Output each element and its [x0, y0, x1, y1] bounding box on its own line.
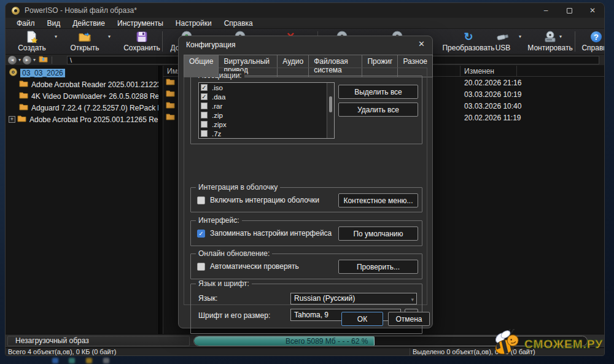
association-item[interactable]: .rar — [199, 101, 334, 110]
tree-item[interactable]: 4K Video Downloader+ 26.0.5.0288 RePack … — [6, 90, 158, 102]
associations-scrollbar[interactable] — [327, 83, 334, 138]
associations-list[interactable]: ✓ .iso ✓ .daa .rar .zip — [198, 82, 335, 139]
folder-icon — [166, 90, 176, 99]
back-button[interactable]: ◄ — [8, 56, 17, 64]
open-dropdown-caret[interactable]: ▾ — [108, 34, 111, 39]
menu-file[interactable]: Файл — [10, 19, 41, 28]
column-header-modified[interactable]: Изменен — [464, 67, 494, 76]
folder-icon — [166, 113, 176, 122]
toolbar-create-button[interactable]: Создать — [10, 30, 53, 53]
new-image-icon — [25, 31, 39, 43]
toolbar-help-button[interactable]: ? Справка — [578, 30, 605, 53]
association-item[interactable]: .zip — [199, 110, 334, 120]
create-dropdown-caret[interactable]: ▾ — [55, 34, 57, 39]
menu-tools[interactable]: Инструменты — [111, 19, 169, 28]
boot-status-label: Незагрузочный образ — [7, 336, 190, 346]
menu-view[interactable]: Вид — [41, 19, 67, 28]
back-history-caret[interactable]: ▾ — [18, 57, 21, 63]
folder-icon — [166, 78, 176, 87]
capacity-progress-text: Всего 5089 Мб - - - 62 % — [286, 337, 368, 346]
tree-item[interactable]: + Adobe Acrobat Pro 2025.001.21265 RePac… — [6, 114, 158, 125]
remove-all-button[interactable]: Удалить все — [338, 103, 418, 117]
tab-general[interactable]: Общие — [184, 55, 219, 77]
tree-root-label[interactable]: 03_03_2026 — [20, 69, 65, 77]
bee-icon — [490, 329, 523, 359]
usb-dropdown-caret[interactable]: ▾ — [519, 34, 521, 39]
shell-integration-checkbox[interactable] — [197, 196, 205, 204]
dialog-title: Конфигурация — [186, 41, 236, 49]
scrollbar-thumb[interactable] — [329, 96, 332, 112]
image-tree-panel: 03_03_2026 Adobe Acrobat Reader 2025.001… — [6, 66, 159, 334]
remember-settings-checkbox-row[interactable]: ✓ Запоминать настройки интерфейса — [197, 229, 332, 238]
chevron-down-icon: ▾ — [411, 295, 414, 305]
folder-icon — [19, 80, 28, 89]
folder-icon — [19, 103, 28, 112]
mount-dropdown-caret[interactable]: ▾ — [559, 34, 562, 39]
toolbar-usb-button[interactable]: USB — [489, 30, 516, 53]
taskbar-icon-blob — [86, 358, 92, 363]
watermark-text: СМОЖЕМ.РУ — [524, 338, 603, 351]
auto-check-checkbox-row[interactable]: Автоматически проверять — [197, 262, 299, 271]
tree-root-item[interactable]: 03_03_2026 — [6, 67, 158, 79]
font-size-label: Шрифт и его размер: — [198, 311, 270, 320]
checkbox-iso[interactable]: ✓ — [201, 84, 208, 91]
panel-splitter[interactable] — [159, 66, 163, 334]
checkbox-zipx[interactable] — [201, 121, 208, 128]
menu-help[interactable]: Справка — [218, 19, 259, 28]
association-item[interactable]: .7z — [199, 129, 334, 138]
minimize-button[interactable]: – — [534, 3, 558, 18]
open-folder-icon — [78, 31, 91, 43]
column-divider[interactable] — [460, 66, 460, 76]
column-divider[interactable] — [516, 66, 517, 76]
association-item[interactable]: ✓ .daa — [199, 92, 334, 101]
folder-icon — [166, 101, 176, 110]
menu-action[interactable]: Действие — [66, 19, 111, 28]
forward-button[interactable]: ► — [23, 56, 31, 64]
convert-arrows-icon: ↻ — [462, 31, 475, 43]
maximize-button[interactable] — [558, 3, 581, 18]
menu-settings[interactable]: Настройки — [169, 19, 218, 28]
remember-settings-checkbox[interactable]: ✓ — [197, 230, 205, 238]
toolbar-mount-button[interactable]: Монтировать — [526, 30, 574, 53]
toolbar-save-button[interactable]: Сохранить — [120, 30, 164, 53]
forward-history-caret[interactable]: ▾ — [33, 57, 36, 63]
associations-group: Ассоциации: ✓ .iso ✓ .daa .rar — [190, 76, 422, 144]
close-button[interactable]: ✕ — [581, 3, 604, 18]
checkbox-7z[interactable] — [201, 130, 208, 137]
language-label: Язык: — [198, 294, 217, 303]
context-menu-button[interactable]: Контекстное меню... — [338, 193, 418, 207]
toolbar-separator — [162, 31, 163, 52]
checkbox-zip[interactable] — [201, 112, 208, 118]
default-button[interactable]: По умолчанию — [338, 227, 418, 241]
check-update-button[interactable]: Проверить... — [338, 260, 418, 274]
dialog-close-icon[interactable]: ✕ — [418, 39, 425, 48]
status-total: Всего 4 объект(а,ов), 0 КБ (0 байт) — [6, 348, 410, 355]
capacity-progress-fill: Всего 5089 Мб - - - 62 % — [194, 336, 375, 346]
association-item[interactable]: ✓ .iso — [199, 83, 334, 92]
auto-check-checkbox[interactable] — [197, 263, 205, 271]
folder-up-icon[interactable] — [39, 55, 48, 64]
language-select[interactable]: Russian (Русский) ▾ — [290, 293, 417, 304]
maximize-icon — [567, 8, 572, 14]
select-all-button[interactable]: Выделить все — [338, 85, 418, 99]
taskbar-icon-blob — [69, 358, 75, 363]
checkbox-daa[interactable]: ✓ — [201, 93, 208, 100]
shell-integration-checkbox-row[interactable]: Включить интеграцию оболочки — [197, 196, 319, 204]
site-watermark: СМОЖЕМ.РУ — [490, 329, 603, 359]
tab-content-pane: Ассоциации: ✓ .iso ✓ .daa .rar — [184, 68, 427, 305]
configuration-dialog: Конфигурация ✕ Общие Виртуальный привод … — [178, 36, 433, 328]
taskbar-icon-blob — [52, 358, 58, 363]
online-update-group: Онлайн обновление: Автоматически проверя… — [190, 254, 422, 279]
ok-button[interactable]: ОК — [341, 312, 383, 326]
checkbox-rar[interactable] — [201, 103, 208, 109]
usb-drive-icon — [496, 31, 510, 43]
toolbar-open-button[interactable]: Открыть — [66, 30, 104, 53]
cancel-button[interactable]: Отмена — [388, 312, 430, 326]
taskbar-icon-blob — [103, 358, 109, 363]
tree-item[interactable]: Adguard 7.22.4 (7.22.5257.0) RePack by K… — [6, 102, 158, 114]
desktop: PowerISO - Новый файл образа* – ✕ Файл В… — [0, 0, 614, 364]
tree-item[interactable]: Adobe Acrobat Reader 2025.001.21223 — [6, 79, 158, 90]
interface-group: Интерфейс: ✓ Запоминать настройки интерф… — [190, 220, 422, 246]
tree-expander-icon[interactable]: + — [9, 116, 15, 123]
association-item[interactable]: .zipx — [199, 120, 334, 129]
